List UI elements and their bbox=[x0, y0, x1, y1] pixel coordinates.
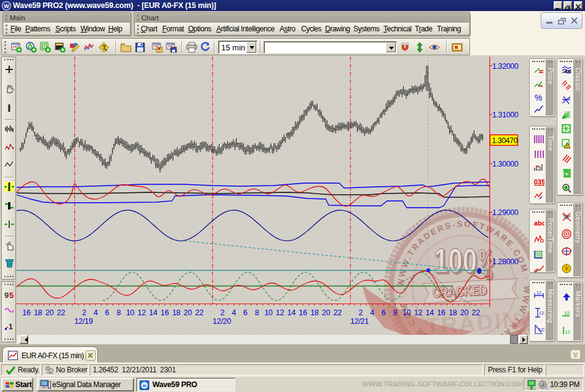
svg-text:12: 12 bbox=[276, 308, 285, 317]
svg-text:12/20: 12/20 bbox=[213, 317, 231, 326]
svg-text:6: 6 bbox=[243, 308, 248, 317]
svg-text:22: 22 bbox=[195, 308, 204, 317]
svg-text:%: % bbox=[535, 93, 542, 103]
svg-text:20: 20 bbox=[460, 308, 469, 317]
svg-text:123: 123 bbox=[538, 327, 544, 332]
svg-text:12/21: 12/21 bbox=[350, 317, 369, 326]
svg-text:2: 2 bbox=[358, 308, 363, 317]
svg-text:abc: abc bbox=[534, 219, 544, 227]
svg-text:035: 035 bbox=[534, 178, 544, 186]
svg-text:22: 22 bbox=[57, 308, 66, 317]
svg-text:4: 4 bbox=[93, 308, 98, 317]
svg-text:!: ! bbox=[567, 144, 568, 148]
svg-text:?: ? bbox=[102, 44, 106, 51]
svg-text:8: 8 bbox=[393, 308, 398, 317]
svg-text:16: 16 bbox=[160, 308, 169, 317]
svg-text:20: 20 bbox=[184, 308, 192, 317]
svg-text:14: 14 bbox=[149, 308, 158, 317]
svg-text:10: 10 bbox=[402, 308, 411, 317]
svg-text:1.29000: 1.29000 bbox=[492, 208, 519, 217]
svg-text:4: 4 bbox=[370, 308, 374, 317]
svg-text:22: 22 bbox=[334, 308, 342, 317]
svg-text:18: 18 bbox=[34, 308, 42, 317]
svg-text:20: 20 bbox=[322, 308, 331, 317]
svg-text:2: 2 bbox=[82, 308, 86, 317]
svg-text:12: 12 bbox=[536, 291, 541, 295]
svg-text:10: 10 bbox=[126, 308, 135, 317]
svg-text:8: 8 bbox=[117, 308, 121, 317]
svg-text:22: 22 bbox=[472, 308, 481, 317]
svg-text:18: 18 bbox=[449, 308, 457, 317]
svg-text:14: 14 bbox=[426, 308, 434, 317]
svg-text:12: 12 bbox=[414, 308, 423, 317]
svg-text:W: W bbox=[4, 3, 9, 9]
svg-text:w: w bbox=[142, 383, 147, 388]
svg-text:1.28000: 1.28000 bbox=[492, 257, 519, 266]
svg-text:1.31000: 1.31000 bbox=[492, 111, 519, 119]
svg-text:6: 6 bbox=[382, 308, 386, 317]
svg-text:14: 14 bbox=[288, 308, 296, 317]
svg-text:10: 10 bbox=[264, 308, 273, 317]
svg-text:AR: AR bbox=[564, 69, 571, 74]
svg-text:16: 16 bbox=[22, 308, 31, 317]
svg-text:4: 4 bbox=[232, 308, 236, 317]
svg-text:8: 8 bbox=[255, 308, 259, 317]
svg-text:5: 5 bbox=[9, 291, 14, 300]
svg-text:100: 100 bbox=[434, 241, 477, 280]
svg-text:123: 123 bbox=[539, 311, 544, 315]
svg-text:1: 1 bbox=[9, 323, 13, 331]
svg-text:18: 18 bbox=[172, 308, 181, 317]
svg-text:1.30470: 1.30470 bbox=[492, 136, 518, 145]
svg-text:12/19: 12/19 bbox=[74, 317, 93, 326]
svg-text:12: 12 bbox=[138, 308, 146, 317]
svg-text:12: 12 bbox=[564, 310, 570, 316]
svg-text:16: 16 bbox=[437, 308, 446, 317]
svg-text:2: 2 bbox=[220, 308, 224, 317]
svg-text:12: 12 bbox=[565, 329, 570, 335]
svg-text:18: 18 bbox=[310, 308, 319, 317]
svg-text:1.30000: 1.30000 bbox=[492, 160, 519, 168]
svg-text:16: 16 bbox=[299, 308, 307, 317]
svg-text:6: 6 bbox=[105, 308, 109, 317]
svg-text:9: 9 bbox=[4, 291, 9, 300]
svg-text:1.32000: 1.32000 bbox=[492, 62, 519, 71]
svg-text:20: 20 bbox=[45, 308, 54, 317]
